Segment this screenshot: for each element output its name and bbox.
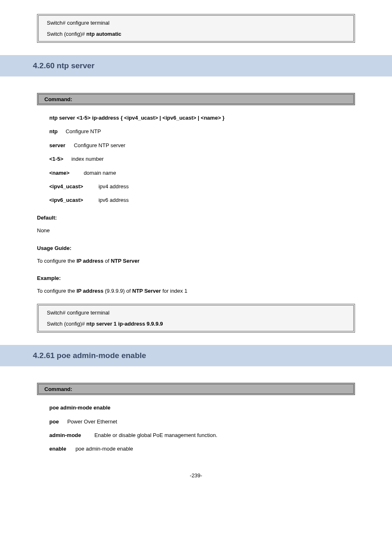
text-segment: To configure the [37, 288, 76, 294]
page-number: -239- [29, 456, 363, 479]
param-name: <name> [49, 168, 82, 178]
param-desc: Enable or disable global PoE management … [95, 432, 217, 438]
param-desc: ipv6 address [99, 197, 129, 203]
text-segment: To configure the [37, 258, 76, 264]
param-row: poe Power Over Ethernet [29, 415, 363, 428]
default-heading: Default: [29, 207, 363, 224]
param-row: <name> domain name [29, 166, 363, 180]
param-name: <ipv6_ucast> [49, 195, 97, 205]
param-name: poe [49, 417, 66, 426]
code-box: Switch# configure terminal Switch (confi… [37, 14, 355, 43]
param-row: ntp Configure NTP [29, 125, 363, 138]
param-name: <1-5> [49, 154, 70, 164]
param-desc: domain name [84, 170, 116, 176]
text-bold: NTP Server [132, 288, 161, 294]
param-desc: index number [71, 156, 104, 162]
default-value: None [29, 224, 363, 238]
param-desc: Configure NTP server [74, 142, 125, 148]
command-label: Command: [44, 96, 72, 102]
param-row: admin-mode Enable or disable global PoE … [29, 428, 363, 442]
text-segment: for index 1 [161, 288, 187, 294]
code-line: Switch (config)# ntp automatic [39, 28, 353, 39]
code-line: Switch (config)# ntp server 1 ip-address… [39, 318, 353, 329]
text-bold: IP address [76, 258, 104, 264]
param-name: server [49, 141, 72, 150]
param-desc: ipv4 address [99, 183, 129, 190]
code-box: Switch# configure terminal Switch (confi… [37, 304, 355, 333]
command-header-bar: Command: [37, 383, 355, 395]
param-desc: poe admin-mode enable [76, 446, 133, 452]
param-row: <ipv6_ucast> ipv6 address [29, 193, 363, 207]
param-name: enable [49, 444, 74, 453]
param-desc: Power Over Ethernet [67, 419, 117, 425]
section-header-poe: 4.2.61 poe admin-mode enable [0, 345, 392, 366]
usage-text: To configure the IP address of NTP Serve… [29, 254, 363, 268]
text-bold: IP address [76, 288, 104, 294]
param-row: <1-5> index number [29, 152, 363, 166]
command-header-bar: Command: [37, 93, 355, 105]
usage-heading: Usage Guide: [29, 238, 363, 254]
code-line: Switch# configure terminal [39, 17, 353, 28]
param-name: admin-mode [49, 430, 93, 440]
text-segment: of [104, 258, 111, 264]
example-heading: Example: [29, 268, 363, 284]
code-command: ntp server 1 ip-address 9.9.9.9 [86, 321, 163, 327]
text-segment: (9.9.9.9) of [104, 288, 132, 294]
param-row: enable poe admin-mode enable [29, 442, 363, 456]
command-signature: ntp server <1-5> ip-address { <ipv4_ucas… [29, 111, 363, 125]
code-command: ntp automatic [86, 31, 121, 37]
text-bold: NTP Server [111, 258, 140, 264]
param-name: <ipv4_ucast> [49, 182, 97, 191]
command-label: Command: [44, 386, 72, 392]
param-desc: Configure NTP [66, 128, 101, 134]
param-row: server Configure NTP server [29, 139, 363, 152]
code-text: Switch (config)# [47, 31, 85, 37]
example-text: To configure the IP address (9.9.9.9) of… [29, 284, 363, 298]
code-text: Switch (config)# [47, 321, 85, 327]
section-header-ntp-server: 4.2.60 ntp server [0, 55, 392, 76]
param-name: ntp [49, 127, 64, 136]
param-row: <ipv4_ucast> ipv4 address [29, 180, 363, 193]
code-line: Switch# configure terminal [39, 307, 353, 318]
command-signature: poe admin-mode enable [29, 401, 363, 414]
